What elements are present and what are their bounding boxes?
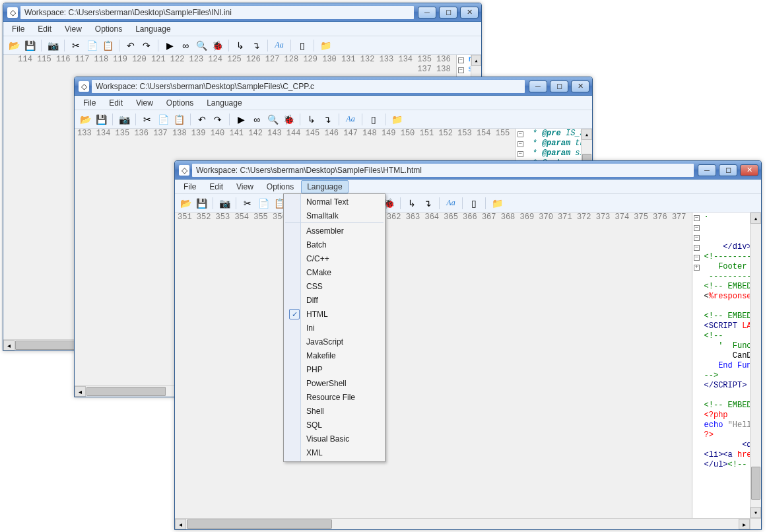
open-folder-icon[interactable]: 📂 bbox=[179, 197, 192, 210]
folder2-icon[interactable]: 📁 bbox=[390, 113, 403, 126]
redo-icon[interactable]: ↷ bbox=[140, 39, 153, 52]
titlebar[interactable]: ◇ Workspace: C:\Users\sberman\Desktop\Sa… bbox=[75, 77, 592, 96]
step-into-icon[interactable]: ↳ bbox=[305, 113, 318, 126]
undo-icon[interactable]: ↶ bbox=[124, 39, 137, 52]
minimize-button[interactable]: ─ bbox=[418, 7, 436, 18]
language-option-shell[interactable]: Shell bbox=[285, 405, 384, 418]
window-html: ◇ Workspace: C:\Users\sberman\Desktop\Sa… bbox=[174, 160, 762, 530]
bug-icon[interactable]: 🐞 bbox=[282, 113, 295, 126]
window-split-icon[interactable]: ▯ bbox=[296, 39, 309, 52]
language-option-normal-text[interactable]: Normal Text bbox=[285, 195, 384, 209]
language-option-javascript[interactable]: JavaScript bbox=[285, 335, 384, 349]
language-menu-dropdown[interactable]: Normal TextSmalltalkAssemblerBatchC/C++C… bbox=[283, 193, 385, 462]
language-option-label: PHP bbox=[306, 365, 323, 374]
menu-options[interactable]: Options bbox=[160, 96, 199, 110]
language-option-smalltalk[interactable]: Smalltalk bbox=[285, 209, 384, 223]
language-option-batch[interactable]: Batch bbox=[285, 238, 384, 252]
language-option-label: Diff bbox=[306, 296, 318, 305]
close-button[interactable]: ✕ bbox=[460, 7, 479, 18]
folder2-icon[interactable]: 📁 bbox=[319, 39, 332, 52]
step-into-icon[interactable]: ↳ bbox=[405, 197, 418, 210]
cut-icon[interactable]: ✂ bbox=[241, 197, 254, 210]
menu-edit[interactable]: Edit bbox=[203, 180, 229, 193]
titlebar[interactable]: ◇ Workspace: C:\Users\sberman\Desktop\Sa… bbox=[175, 161, 761, 180]
copy-icon[interactable]: 📄 bbox=[257, 197, 270, 210]
find-icon[interactable]: 🔍 bbox=[195, 39, 208, 52]
maximize-button[interactable]: ◻ bbox=[439, 7, 457, 18]
menu-view[interactable]: View bbox=[130, 96, 159, 110]
font-aa-icon[interactable]: Aa bbox=[444, 197, 457, 210]
copy-icon[interactable]: 📄 bbox=[85, 39, 98, 52]
save-icon[interactable]: 💾 bbox=[23, 39, 36, 52]
menu-file[interactable]: File bbox=[77, 96, 102, 110]
camera-icon[interactable]: 📷 bbox=[218, 197, 231, 210]
language-option-html[interactable]: ✓HTML bbox=[285, 308, 384, 321]
step-into-icon[interactable]: ↳ bbox=[234, 39, 247, 52]
language-option-css[interactable]: CSS bbox=[285, 280, 384, 294]
language-option-php[interactable]: PHP bbox=[285, 363, 384, 377]
minimize-button[interactable]: ─ bbox=[529, 81, 547, 92]
editor[interactable]: 351 352 353 354 355 356 357 358 359 360 … bbox=[175, 213, 761, 518]
open-folder-icon[interactable]: 📂 bbox=[79, 113, 92, 126]
font-aa-icon[interactable]: Aa bbox=[344, 113, 357, 126]
titlebar[interactable]: ◇ Workspace: C:\Users\sberman\Desktop\Sa… bbox=[3, 3, 481, 22]
language-option-cmake[interactable]: CMake bbox=[285, 266, 384, 280]
open-folder-icon[interactable]: 📂 bbox=[7, 39, 20, 52]
copy-icon[interactable]: 📄 bbox=[156, 113, 170, 126]
save-icon[interactable]: 💾 bbox=[94, 113, 108, 126]
undo-icon[interactable]: ↶ bbox=[195, 113, 209, 126]
save-icon[interactable]: 💾 bbox=[195, 197, 208, 210]
language-option-c-c-[interactable]: C/C++ bbox=[285, 252, 384, 266]
language-option-ini[interactable]: Ini bbox=[285, 321, 384, 335]
camera-icon[interactable]: 📷 bbox=[117, 113, 131, 126]
font-aa-icon[interactable]: Aa bbox=[273, 39, 286, 52]
language-option-resource-file[interactable]: Resource File bbox=[285, 391, 384, 405]
find-icon[interactable]: 🔍 bbox=[266, 113, 279, 126]
run-icon[interactable]: ▶ bbox=[234, 113, 248, 126]
menubar: FileEditViewOptionsLanguage bbox=[175, 180, 761, 194]
cut-icon[interactable]: ✂ bbox=[69, 39, 83, 52]
window-title: Workspace: C:\Users\sberman\Desktop\Samp… bbox=[192, 164, 694, 177]
language-option-powershell[interactable]: PowerShell bbox=[285, 377, 384, 391]
step-over-icon[interactable]: ↴ bbox=[250, 39, 263, 52]
vertical-scrollbar[interactable]: ▴ ▾ bbox=[750, 213, 761, 518]
menu-language[interactable]: Language bbox=[301, 180, 348, 193]
window-split-icon[interactable]: ▯ bbox=[367, 113, 380, 126]
language-option-xml[interactable]: XML bbox=[285, 446, 384, 460]
step-over-icon[interactable]: ↴ bbox=[321, 113, 334, 126]
menu-language[interactable]: Language bbox=[129, 22, 176, 36]
paste-icon[interactable]: 📋 bbox=[101, 39, 114, 52]
menu-options[interactable]: Options bbox=[89, 22, 128, 36]
redo-icon[interactable]: ↷ bbox=[211, 113, 224, 126]
minimize-button[interactable]: ─ bbox=[698, 164, 716, 176]
step-over-icon[interactable]: ↴ bbox=[421, 197, 434, 210]
menu-file[interactable]: File bbox=[6, 22, 30, 36]
language-option-makefile[interactable]: Makefile bbox=[285, 349, 384, 363]
horizontal-scrollbar[interactable]: ◂ ▸ bbox=[175, 518, 761, 529]
run-icon[interactable]: ▶ bbox=[163, 39, 176, 52]
link-icon[interactable]: ∞ bbox=[250, 113, 263, 126]
maximize-button[interactable]: ◻ bbox=[719, 164, 737, 176]
menu-options[interactable]: Options bbox=[261, 180, 300, 193]
paste-icon[interactable]: 📋 bbox=[172, 113, 185, 126]
scroll-up-button[interactable]: ▴ bbox=[471, 55, 481, 66]
menu-edit[interactable]: Edit bbox=[103, 96, 129, 110]
camera-icon[interactable]: 📷 bbox=[46, 39, 59, 52]
language-option-visual-basic[interactable]: Visual Basic bbox=[285, 432, 384, 446]
close-button[interactable]: ✕ bbox=[571, 81, 589, 92]
language-option-assembler[interactable]: Assembler bbox=[285, 224, 384, 238]
menu-view[interactable]: View bbox=[59, 22, 88, 36]
menu-edit[interactable]: Edit bbox=[32, 22, 57, 36]
language-option-sql[interactable]: SQL bbox=[285, 418, 384, 432]
window-split-icon[interactable]: ▯ bbox=[467, 197, 481, 210]
menu-file[interactable]: File bbox=[178, 180, 202, 193]
bug-icon[interactable]: 🐞 bbox=[211, 39, 224, 52]
menu-view[interactable]: View bbox=[230, 180, 259, 193]
language-option-diff[interactable]: Diff bbox=[285, 294, 384, 308]
cut-icon[interactable]: ✂ bbox=[141, 113, 154, 126]
maximize-button[interactable]: ◻ bbox=[550, 81, 568, 92]
folder2-icon[interactable]: 📁 bbox=[490, 197, 504, 210]
close-button[interactable]: ✕ bbox=[740, 164, 758, 176]
menu-language[interactable]: Language bbox=[201, 96, 248, 110]
link-icon[interactable]: ∞ bbox=[179, 39, 192, 52]
